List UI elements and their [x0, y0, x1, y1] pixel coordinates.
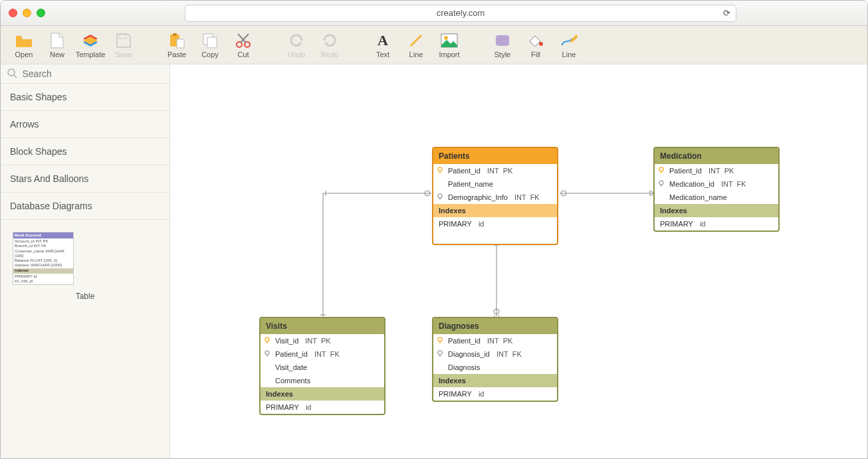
table-diagnoses[interactable]: Diagnoses Patient_idINTPK Diagnosis_idIN… — [432, 317, 558, 402]
redo-button: Redo — [313, 26, 346, 64]
table-header: Patients — [433, 148, 557, 164]
table-row: PRIMARYid — [655, 217, 778, 230]
template-button[interactable]: Template — [74, 26, 107, 64]
template-icon — [82, 32, 99, 49]
file-icon — [49, 32, 66, 49]
indexes-header: Indexes — [433, 204, 557, 217]
folder-icon — [15, 32, 33, 49]
cut-button[interactable]: Cut — [227, 26, 260, 64]
category-stars-balloons[interactable]: Stars And Balloons — [1, 165, 169, 193]
category-database-diagrams[interactable]: Database Diagrams — [1, 193, 169, 220]
table-visits[interactable]: Visits Visit_idINTPK Patient_idINTFK Vis… — [259, 317, 385, 415]
thumb-label: Table — [13, 292, 158, 301]
app-window: creately.com ⟳ Open New Template Save Pa… — [0, 0, 868, 459]
table-row: Diagnosis_idINTFK — [433, 347, 557, 361]
table-row: Patient_idINTPK — [433, 334, 557, 347]
search-input[interactable] — [22, 68, 163, 79]
copy-button[interactable]: Copy — [193, 26, 227, 64]
key-fk-icon — [437, 350, 443, 357]
sidebar: Basic Shapes Arrows Block Shapes Stars A… — [1, 64, 170, 458]
key-fk-icon — [437, 193, 443, 200]
key-pk-icon — [437, 337, 443, 343]
titlebar: creately.com ⟳ — [1, 1, 867, 26]
svg-rect-0 — [120, 35, 126, 39]
open-button[interactable]: Open — [7, 26, 41, 64]
svg-point-20 — [561, 191, 566, 196]
text-icon: A — [374, 32, 391, 49]
table-row: Visit_idINTPK — [261, 334, 384, 347]
text-button[interactable]: A Text — [366, 26, 399, 64]
refresh-icon[interactable]: ⟳ — [723, 8, 730, 18]
table-medication[interactable]: Medication Patient_idINTPK Medication_id… — [653, 147, 780, 232]
svg-point-18 — [425, 191, 430, 196]
table-header: Medication — [655, 148, 778, 164]
table-row: Visit_date — [261, 361, 384, 374]
category-basic-shapes[interactable]: Basic Shapes — [1, 84, 169, 111]
key-fk-icon — [658, 180, 665, 187]
line-icon — [407, 32, 425, 49]
table-patients[interactable]: Patients Patient_idINTPK Patient_name De… — [432, 147, 558, 245]
copy-icon — [201, 32, 219, 49]
canvas[interactable]: Patients Patient_idINTPK Patient_name De… — [170, 64, 867, 458]
url-bar[interactable]: creately.com ⟳ — [185, 5, 736, 22]
table-row: PRIMARYid — [433, 387, 557, 401]
table-shape-thumb[interactable]: Bank Account Account_id INT PK Branch_id… — [13, 232, 74, 285]
key-pk-icon — [437, 167, 443, 173]
key-fk-icon — [264, 350, 271, 357]
svg-point-12 — [539, 42, 543, 46]
undo-button: Undo — [280, 26, 313, 64]
fill-button[interactable]: Fill — [519, 26, 552, 64]
table-row: Patient_idINTPK — [433, 164, 557, 177]
cut-icon — [235, 32, 252, 49]
table-header: Diagnoses — [433, 318, 557, 334]
style-button[interactable]: Style — [486, 26, 519, 64]
save-icon — [115, 32, 132, 49]
indexes-header: Indexes — [261, 387, 384, 401]
key-pk-icon — [658, 167, 665, 173]
paste-icon — [168, 32, 185, 49]
table-row: PRIMARYid — [433, 217, 557, 244]
svg-point-27 — [494, 309, 499, 314]
search-bar — [1, 64, 169, 84]
import-button[interactable]: Import — [433, 26, 466, 64]
maximize-window-button[interactable] — [37, 9, 45, 17]
indexes-header: Indexes — [433, 374, 557, 387]
table-row: Patient_idINTFK — [261, 347, 384, 361]
close-window-button[interactable] — [9, 9, 17, 17]
table-row: Medication_idINTFK — [655, 177, 778, 191]
table-row: Medication_name — [655, 191, 778, 204]
search-icon — [7, 68, 17, 79]
table-row: Patient_name — [433, 177, 557, 191]
table-row: Patient_idINTPK — [655, 164, 778, 177]
svg-rect-11 — [496, 35, 509, 46]
svg-line-8 — [411, 35, 421, 46]
redo-icon — [321, 32, 338, 49]
table-header: Visits — [261, 318, 384, 334]
line-style-button[interactable]: Line — [552, 26, 586, 64]
svg-rect-3 — [177, 39, 184, 48]
table-row: Demographic_InfoINTFK — [433, 191, 557, 204]
category-arrows[interactable]: Arrows — [1, 111, 169, 138]
undo-icon — [288, 32, 305, 49]
svg-rect-5 — [207, 37, 217, 48]
minimize-window-button[interactable] — [23, 9, 31, 17]
toolbar: Open New Template Save Paste Copy Cut — [1, 26, 867, 64]
line-button[interactable]: Line — [399, 26, 433, 64]
pencil-line-icon — [560, 32, 578, 49]
new-button[interactable]: New — [41, 26, 74, 64]
category-block-shapes[interactable]: Block Shapes — [1, 138, 169, 165]
table-row: Comments — [261, 374, 384, 387]
svg-rect-2 — [173, 33, 177, 36]
fill-icon — [527, 32, 544, 49]
indexes-header: Indexes — [655, 204, 778, 217]
svg-point-13 — [8, 69, 15, 76]
paste-button[interactable]: Paste — [160, 26, 193, 64]
key-pk-icon — [264, 337, 271, 343]
svg-line-14 — [14, 75, 17, 78]
table-row: Diagnosis — [433, 361, 557, 374]
svg-point-10 — [444, 36, 448, 40]
shape-palette: Bank Account Account_id INT PK Branch_id… — [1, 220, 169, 313]
window-controls — [9, 9, 45, 17]
import-icon — [441, 32, 458, 49]
style-icon — [494, 32, 511, 49]
